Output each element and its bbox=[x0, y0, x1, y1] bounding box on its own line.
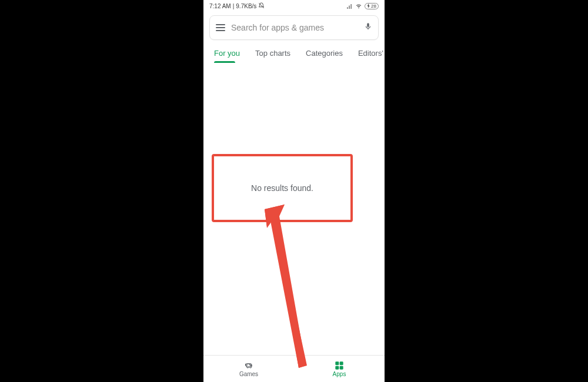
gamepad-icon bbox=[243, 361, 255, 370]
nav-games-label: Games bbox=[239, 371, 258, 377]
search-bar[interactable] bbox=[209, 15, 379, 40]
signal-icon bbox=[346, 4, 353, 9]
tab-top-charts[interactable]: Top charts bbox=[255, 43, 290, 63]
dnd-icon bbox=[258, 2, 265, 10]
svg-rect-11 bbox=[340, 366, 343, 369]
svg-rect-8 bbox=[335, 361, 339, 365]
no-results-text: No results found. bbox=[251, 183, 313, 193]
status-net-speed: 9.7KB/s bbox=[236, 3, 256, 9]
hamburger-icon[interactable] bbox=[216, 24, 225, 31]
category-tabs: For you Top charts Categories Editors' bbox=[203, 43, 385, 63]
svg-point-6 bbox=[250, 364, 250, 365]
status-bar: 7:12 AM | 9.7KB/s 28 bbox=[203, 0, 385, 12]
search-container bbox=[203, 12, 385, 43]
svg-marker-1 bbox=[265, 209, 307, 368]
wifi-icon bbox=[355, 3, 362, 9]
tab-editors[interactable]: Editors' bbox=[358, 43, 383, 63]
svg-point-7 bbox=[250, 365, 251, 366]
battery-indicator: 28 bbox=[365, 3, 379, 9]
mic-icon[interactable] bbox=[364, 21, 372, 34]
search-input[interactable] bbox=[231, 23, 358, 32]
bottom-nav: Games Apps bbox=[203, 355, 385, 382]
content-area: No results found. bbox=[203, 63, 385, 355]
annotation-highlight-box: No results found. bbox=[212, 154, 353, 222]
tab-categories[interactable]: Categories bbox=[306, 43, 343, 63]
nav-games[interactable]: Games bbox=[203, 356, 294, 382]
apps-grid-icon bbox=[335, 361, 344, 370]
nav-apps[interactable]: Apps bbox=[294, 356, 385, 382]
phone-screen: 7:12 AM | 9.7KB/s 28 bbox=[203, 0, 385, 382]
status-right: 28 bbox=[346, 3, 379, 9]
status-left: 7:12 AM | 9.7KB/s bbox=[209, 2, 265, 10]
svg-rect-10 bbox=[335, 366, 339, 369]
status-time: 7:12 AM bbox=[209, 3, 231, 9]
nav-apps-label: Apps bbox=[333, 371, 346, 377]
tab-for-you[interactable]: For you bbox=[214, 43, 240, 63]
svg-rect-9 bbox=[340, 361, 343, 365]
